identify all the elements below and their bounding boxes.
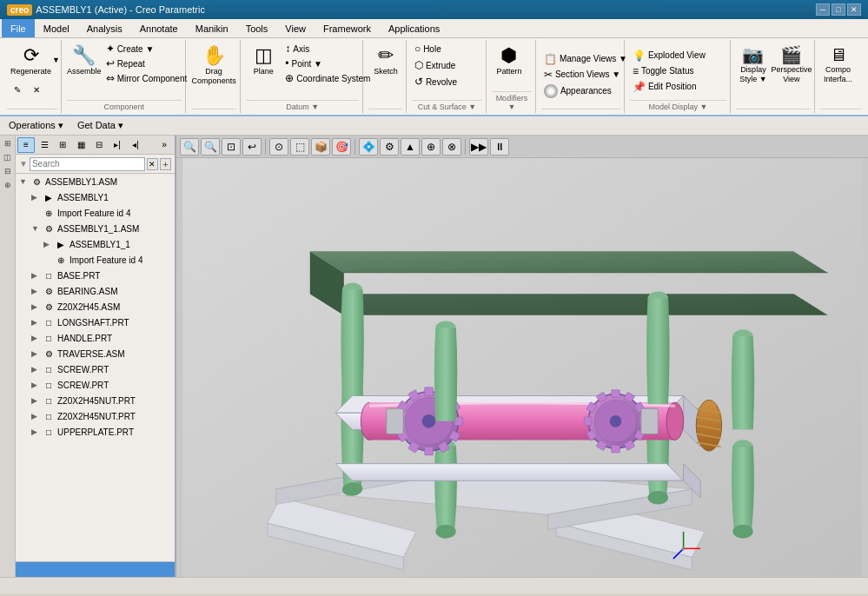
panel-btn-tree[interactable]: ≡ (17, 137, 35, 153)
panel-btn-grid2[interactable]: ▦ (72, 137, 89, 153)
repeat-button[interactable]: ↩Repeat (103, 56, 190, 70)
panel-btn-minus[interactable]: ⊟ (90, 137, 108, 153)
perspective-view-button[interactable]: 🎬 PerspectiveView (772, 42, 811, 87)
tree-item[interactable]: ▶□HANDLE.PRT (16, 330, 175, 346)
tree-item[interactable]: ⊕Import Feature id 4 (16, 252, 175, 268)
menu-applications[interactable]: Applications (380, 19, 448, 37)
panel-btn-layers[interactable]: ☰ (36, 137, 53, 153)
toggle-status-button[interactable]: ≡Toggle Status (630, 64, 697, 78)
coord-system-button[interactable]: ⊕Coordinate System (282, 71, 373, 85)
vp-pan[interactable]: ⬚ (290, 138, 309, 156)
vp-undo[interactable]: ↩ (242, 138, 262, 156)
vp-zoom-in[interactable]: 🔍 (180, 138, 199, 156)
vp-settings1[interactable]: 💠 (359, 138, 378, 156)
vp-box[interactable]: 📦 (311, 138, 330, 156)
tree-item[interactable]: ▶⚙BEARING.ASM (16, 283, 175, 299)
tree-item[interactable]: ▶□Z20X2H45NUT.PRT (16, 393, 175, 408)
tree-toggle[interactable]: ▼ (31, 224, 42, 233)
minimize-button[interactable]: ─ (816, 3, 830, 16)
tree-add-button[interactable]: + (160, 158, 171, 170)
tree-toggle[interactable]: ▶ (31, 334, 42, 342)
hole-button[interactable]: ○Hole (412, 42, 460, 56)
get-data-button[interactable]: Get Data ▾ (72, 119, 129, 132)
tree-item[interactable]: ▶▶ASSEMBLY1_1 (16, 236, 175, 252)
tree-item[interactable]: ▶□BASE.PRT (16, 268, 175, 283)
side-icon-3[interactable]: ⊟ (2, 165, 14, 177)
regen-btn1[interactable]: ✎ (9, 82, 26, 97)
tree-toggle[interactable]: ▶ (31, 287, 42, 295)
tree-toggle[interactable]: ▼ (19, 177, 30, 186)
tree-item[interactable]: ▶□LONGSHAFT.PRT (16, 315, 175, 330)
regen-btn2[interactable]: ✕ (28, 82, 45, 97)
pattern-button[interactable]: ⬢ Pattern (492, 42, 527, 79)
tree-toggle[interactable]: ▶ (31, 427, 42, 436)
axis-button[interactable]: ↕Axis (282, 42, 373, 56)
viewport[interactable]: 🔍 🔍 ⊡ ↩ ⊙ ⬚ 📦 🎯 💠 ⚙ ▲ ⊕ ⊗ ▶▶ ⏸ (176, 136, 868, 577)
menu-manikin[interactable]: Manikin (187, 19, 237, 37)
compo-interface-button[interactable]: 🖥 CompoInterfa... (820, 42, 856, 87)
extrude-button[interactable]: ⬡Extrude (412, 58, 460, 72)
edit-position-button[interactable]: 📌Edit Position (630, 80, 699, 94)
section-views-button[interactable]: ✂Section Views ▼ (541, 68, 623, 82)
vp-tri[interactable]: ▲ (401, 138, 420, 156)
exploded-view-button[interactable]: 💡Exploded View (630, 49, 708, 63)
menu-annotate[interactable]: Annotate (131, 19, 187, 37)
vp-orbit[interactable]: ⊙ (269, 138, 288, 156)
tree-item[interactable]: ▼⚙ASSEMBLY1.ASM (16, 174, 175, 189)
tree-item[interactable]: ▼⚙ASSEMBLY1_1.ASM (16, 221, 175, 236)
manage-views-button[interactable]: 📋Manage Views ▼ (541, 52, 630, 66)
search-clear-button[interactable]: ✕ (147, 158, 158, 170)
appearances-button[interactable]: Appearances (541, 83, 614, 99)
tree-item[interactable]: ▶⚙TRAVERSE.ASM (16, 346, 175, 361)
point-button[interactable]: •Point ▼ (282, 56, 373, 70)
plane-button[interactable]: ◫ Plane (246, 42, 281, 79)
vp-zoom-out[interactable]: 🔍 (201, 138, 220, 156)
menu-file[interactable]: File (2, 19, 35, 37)
create-button[interactable]: ✦Create ▼ (103, 42, 190, 56)
side-icon-4[interactable]: ⊕ (2, 179, 14, 191)
drag-components-button[interactable]: ✋ DragComponents (191, 42, 236, 89)
tree-item[interactable]: ⊕Import Feature id 4 (16, 205, 175, 221)
panel-btn-forward[interactable]: ▸| (109, 137, 126, 153)
tree-toggle[interactable]: ▶ (31, 271, 42, 280)
side-icon-1[interactable]: ⊞ (2, 137, 14, 149)
tree-item[interactable]: ▶□Z20X2H45NUT.PRT (16, 408, 175, 424)
menu-analysis[interactable]: Analysis (78, 19, 131, 37)
vp-plus[interactable]: ⊕ (421, 138, 441, 156)
mirror-component-button[interactable]: ⇔Mirror Component (103, 71, 190, 85)
vp-fit[interactable]: ⊡ (222, 138, 241, 156)
tree-item[interactable]: ▶⚙Z20X2H45.ASM (16, 299, 175, 315)
tree-toggle[interactable]: ▶ (43, 240, 54, 248)
vp-pause[interactable]: ⏸ (490, 138, 509, 156)
display-style-button[interactable]: 📷 DisplayStyle ▼ (736, 42, 771, 87)
menu-model[interactable]: Model (35, 19, 78, 37)
vp-target[interactable]: 🎯 (332, 138, 351, 156)
vp-cross[interactable]: ⊗ (442, 138, 461, 156)
tree-toggle[interactable]: ▶ (31, 302, 42, 311)
menu-tools[interactable]: Tools (237, 19, 277, 37)
sketch-button[interactable]: ✏ Sketch (368, 42, 403, 79)
maximize-button[interactable]: □ (832, 3, 845, 16)
menu-framework[interactable]: Framework (315, 19, 380, 37)
tree-item[interactable]: ▶□UPPERPLATE.PRT (16, 424, 175, 440)
tree-toggle[interactable]: ▶ (31, 193, 42, 202)
side-icon-2[interactable]: ◫ (2, 151, 14, 163)
panel-btn-grid1[interactable]: ⊞ (54, 137, 71, 153)
operations-button[interactable]: Operations ▾ (3, 119, 69, 132)
panel-btn-back[interactable]: ◂| (127, 137, 144, 153)
tree-toggle[interactable]: ▶ (31, 365, 42, 374)
tree-toggle[interactable]: ▶ (31, 318, 42, 327)
revolve-button[interactable]: ↺Revolve (412, 75, 460, 89)
search-input[interactable] (30, 157, 145, 171)
tree-item[interactable]: ▶▶ASSEMBLY1 (16, 189, 175, 205)
close-button[interactable]: ✕ (847, 3, 861, 16)
tree-item[interactable]: ▶□SCREW.PRT (16, 361, 175, 377)
vp-settings2[interactable]: ⚙ (380, 138, 399, 156)
vp-play[interactable]: ▶▶ (469, 138, 488, 156)
regenerate-button[interactable]: ⟳ Regenerate ▼ (7, 42, 63, 79)
menu-view[interactable]: View (276, 19, 315, 37)
tree-item[interactable]: ▶□SCREW.PRT (16, 377, 175, 393)
panel-btn-more[interactable]: » (156, 137, 173, 153)
tree-toggle[interactable]: ▶ (31, 396, 42, 405)
assemble-button[interactable]: 🔧 Assemble (67, 42, 102, 79)
